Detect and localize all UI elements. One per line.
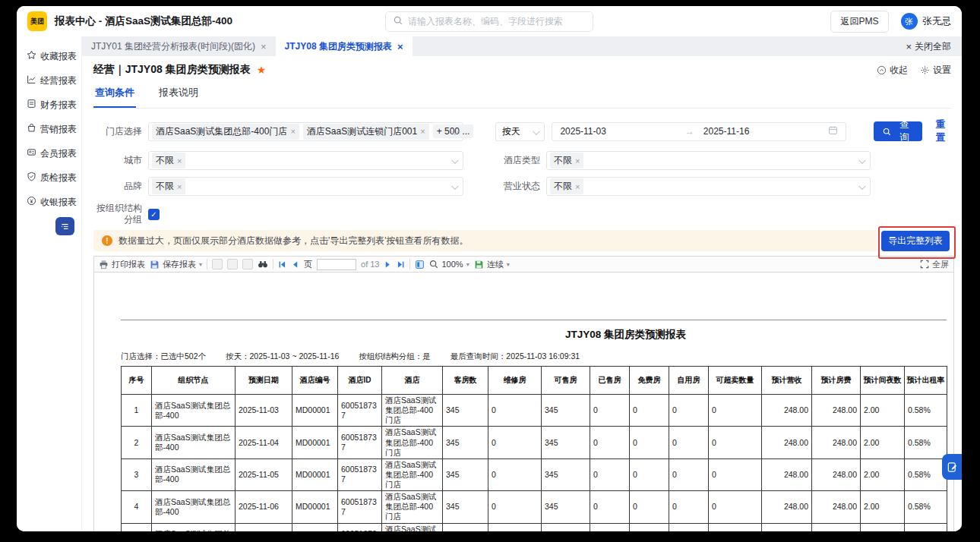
table-cell: 0 (488, 458, 542, 490)
table-cell: 248.00 (762, 395, 812, 427)
condition-tabs: 查询条件 报表说明 (93, 86, 951, 109)
table-cell: 酒店SaaS测试集团总部-400 (152, 427, 236, 458)
close-all-tabs-button[interactable]: × 关闭全部 (895, 36, 962, 56)
report-meta: 门店选择：已选中502个 按天：2025-11-03 ~ 2025-11-16 … (121, 351, 947, 362)
favorite-star-icon[interactable]: ★ (257, 64, 267, 76)
avatar: 张 (901, 13, 918, 30)
zoom-value: 100% (441, 260, 463, 269)
tab-jtjy01[interactable]: JTJY01 集团经营分析报表(时间段)(固化) × (82, 36, 276, 56)
table-cell: 2025-11-07 (236, 523, 292, 531)
tag-close-icon[interactable]: × (575, 156, 580, 165)
save-icon (150, 260, 160, 269)
meta-store-count: 门店选择：已选中502个 (121, 351, 206, 362)
sidebar-item-business-reports[interactable]: 经营报表 (17, 68, 81, 93)
zoom-control[interactable]: 100% ▾ (429, 260, 469, 269)
date-range-picker[interactable]: 2025-11-03 → 2025-11-16 (552, 122, 846, 141)
table-cell: MD00001 (292, 491, 338, 523)
last-page-button[interactable] (397, 260, 405, 269)
tab-query-conditions[interactable]: 查询条件 (93, 86, 136, 108)
table-cell: 345 (542, 458, 590, 490)
query-button-label: 查询 (895, 118, 913, 144)
table-cell: 0 (488, 427, 542, 458)
email-icon (212, 259, 223, 269)
table-cell: MD00001 (292, 523, 338, 531)
tab-report-description[interactable]: 报表说明 (157, 86, 200, 108)
hotel-type-select[interactable]: 不限 × (546, 151, 871, 170)
check-icon: ✓ (150, 210, 156, 219)
business-status-select[interactable]: 不限 × (546, 177, 871, 196)
report-search-input[interactable]: 请输入报表名称、编码、字段进行搜索 (385, 11, 593, 32)
first-page-button[interactable] (278, 260, 286, 269)
business-status-tag: 不限 × (550, 178, 583, 194)
sidebar-item-cashier-reports[interactable]: 收银报表 (17, 190, 81, 214)
group-by-org-checkbox[interactable]: ✓ (148, 209, 160, 220)
export-full-list-button[interactable]: 导出完整列表 (881, 231, 950, 251)
column-header: 可超卖数量 (709, 367, 762, 395)
fullscreen-button[interactable]: 全屏 (920, 259, 949, 270)
close-all-label: 关闭全部 (915, 40, 951, 53)
tag-close-icon[interactable]: × (177, 182, 182, 191)
granularity-value: 按天 (502, 125, 520, 138)
sidebar-collapse-button[interactable] (55, 217, 74, 235)
tag-close-icon[interactable]: × (420, 127, 425, 136)
next-page-button[interactable] (384, 260, 392, 269)
sidebar-item-label: 质检报表 (40, 172, 77, 184)
find-button[interactable] (258, 260, 268, 269)
sidebar-item-label: 经营报表 (40, 74, 77, 87)
city-select[interactable]: 不限 × (148, 151, 463, 170)
table-row: 4酒店SaaS测试集团总部-4002025-11-06MD00001600518… (122, 491, 947, 523)
sidebar-item-finance-reports[interactable]: 财务报表 (17, 93, 81, 117)
caret-down-icon: ▾ (199, 261, 202, 268)
tag-close-icon[interactable]: × (575, 182, 580, 191)
page-setup-icon (227, 259, 238, 269)
granularity-select[interactable]: 按天 (495, 122, 545, 141)
table-cell: 2.00 (861, 523, 905, 531)
sidebar-item-label: 财务报表 (40, 99, 77, 112)
back-to-pms-button[interactable]: 返回PMS (830, 11, 888, 33)
first-page-icon (278, 260, 286, 269)
tag-close-icon[interactable]: × (177, 156, 182, 165)
column-header: 已售房 (590, 367, 630, 395)
store-select-label: 门店选择 (93, 125, 148, 138)
prev-page-button[interactable] (291, 260, 299, 269)
close-icon[interactable]: × (261, 41, 267, 52)
close-icon[interactable]: × (397, 41, 403, 52)
settings-button[interactable]: 设置 (920, 64, 951, 77)
column-header: 序号 (122, 367, 152, 395)
window-tabstrip: JTJY01 集团经营分析报表(时间段)(固化) × JTJY08 集团房类预测… (82, 36, 962, 56)
table-cell: 酒店SaaS测试集团总部-400门店 (382, 491, 443, 523)
user-menu[interactable]: 张 张无忌 (901, 13, 952, 30)
meta-group-flag: 按组织结构分组：是 (359, 351, 431, 362)
report-viewer: JTJY08 集团房类预测报表 门店选择：已选中502个 按天：2025-11-… (93, 273, 954, 531)
collapse-button[interactable]: 收起 (877, 64, 908, 77)
last-page-icon (397, 260, 405, 269)
business-status-label: 营业状态 (484, 180, 546, 193)
reset-button[interactable]: 重置 (935, 118, 954, 144)
thumbnails-button[interactable] (415, 260, 425, 269)
forecast-table: 序号组织节点预测日期酒店编号酒店ID酒店客房数维修房可售房已售房免费房自用房可超… (121, 366, 947, 531)
print-report-button[interactable]: 打印报表 (99, 259, 145, 270)
table-cell: 248.00 (812, 458, 861, 490)
table-cell: 345 (443, 427, 488, 458)
binoculars-icon (258, 260, 268, 269)
sidebar-item-marketing-reports[interactable]: 营销报表 (17, 117, 81, 141)
tag-close-icon[interactable]: × (290, 127, 295, 136)
store-select[interactable]: 酒店SaaS测试集团总部-400门店 × 酒店SaaS测试连锁门店001 × +… (148, 122, 463, 141)
column-header: 可售房 (542, 367, 590, 395)
column-header: 预计营收 (762, 367, 812, 395)
sidebar-item-favorite-reports[interactable]: 收藏报表 (17, 44, 81, 68)
table-cell: 2025-11-05 (236, 458, 292, 490)
sidebar-item-member-reports[interactable]: 会员报表 (17, 141, 81, 165)
sidebar-item-quality-reports[interactable]: 质检报表 (17, 165, 81, 190)
view-mode-button[interactable]: 连续 ▾ (474, 259, 510, 270)
query-button[interactable]: 查询 (874, 121, 922, 141)
feedback-button[interactable] (942, 454, 962, 480)
table-row: 1酒店SaaS测试集团总部-4002025-11-03MD00001600518… (122, 395, 947, 427)
column-header: 酒店 (382, 367, 443, 395)
column-header: 维修房 (488, 367, 542, 395)
page-number-input[interactable] (317, 259, 356, 270)
chevron-down-icon (451, 156, 459, 164)
save-report-button[interactable]: 保存报表 ▾ (150, 259, 202, 270)
tab-jtjy08[interactable]: JTJY08 集团房类预测报表 × (276, 36, 413, 56)
brand-select[interactable]: 不限 × (148, 177, 463, 196)
